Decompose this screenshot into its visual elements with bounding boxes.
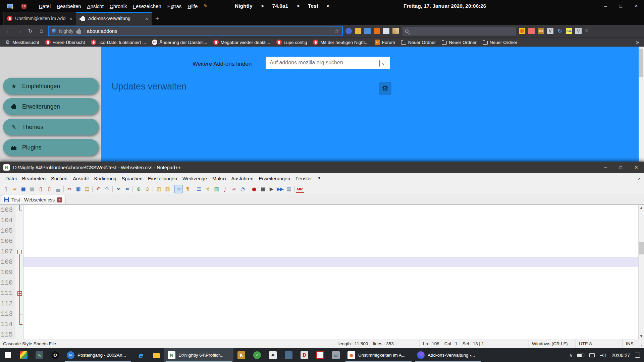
code-text[interactable] [23, 319, 28, 329]
menu-item[interactable]: Erweiterungen [256, 176, 293, 181]
back-icon[interactable]: ← [3, 26, 14, 36]
tray-chevron-icon[interactable]: ∧ [569, 353, 573, 358]
tab-close-icon[interactable]: × [69, 16, 72, 21]
taskbar-button[interactable]: ♠ [265, 348, 281, 362]
browser-tab[interactable]: Add-ons-Verwaltung × [76, 12, 152, 25]
toolbar-button[interactable] [152, 185, 154, 193]
sidebar-category-button[interactable]: ✎ Themes [3, 119, 99, 135]
line-number[interactable]: 115 [0, 329, 15, 339]
clock[interactable]: 20:06:27 [612, 353, 630, 358]
extension-puzzle-icon[interactable] [77, 30, 81, 34]
bookmark-item[interactable]: Neuer Ordner [442, 40, 477, 45]
toolbar-button[interactable]: ∞ [114, 185, 122, 193]
bookmark-item[interactable]: Lupe config [276, 40, 307, 45]
line-number[interactable]: 113 [0, 309, 15, 319]
menu-item[interactable]: Datei [3, 176, 19, 181]
toolbar-button[interactable] [293, 185, 296, 193]
addons-scrollbar[interactable] [639, 47, 644, 162]
toolbar-extension-icon[interactable]: V [575, 28, 582, 34]
volume-icon[interactable]: ◄)) [600, 353, 606, 357]
toolbar-button[interactable]: ▣ [74, 185, 82, 193]
taskbar-button[interactable]: Add-ons-Verwaltung -... [413, 348, 483, 362]
editor-scrollbar[interactable]: ▲ ▼ [638, 205, 644, 339]
taskbar-button[interactable]: ● Unstimmigkeiten im A... [344, 348, 413, 362]
firefox-search-bar[interactable] [402, 27, 516, 36]
toolbar-extension-icon[interactable]: css [566, 28, 572, 34]
bookmark-item[interactable]: f-f Forum [375, 40, 395, 45]
fold-marker[interactable] [15, 215, 23, 226]
url-text[interactable]: about:addons [87, 28, 332, 34]
menu-item[interactable]: Einstellungen [145, 176, 180, 181]
menu-item[interactable]: Bearbeiten [19, 176, 48, 181]
scroll-down-icon[interactable]: ▼ [639, 333, 644, 339]
hamburger-menu-icon[interactable]: ≡ [585, 28, 588, 35]
toolbar-extension-icon[interactable] [374, 28, 380, 34]
minimize-button[interactable]: ─ [598, 162, 613, 173]
menu-item[interactable]: Suchen [48, 176, 70, 181]
code-text[interactable] [23, 226, 28, 236]
line-number[interactable]: 103 [0, 205, 15, 215]
toolbar-extension-icon[interactable] [519, 28, 525, 34]
forward-icon[interactable]: → [14, 26, 25, 36]
taskbar-button[interactable]: D [297, 348, 312, 362]
toolbar-button[interactable]: ≈ [123, 185, 131, 193]
bookmark-item[interactable]: .ico-Datei funktioniert ... [91, 40, 146, 45]
sidebar-category-button[interactable]: Erweiterungen [3, 98, 99, 115]
browser-tab[interactable]: Unstimmigkeiten im Add-O × [3, 12, 76, 25]
taskbar-button[interactable]: e [132, 348, 148, 362]
toolbar-extension-icon[interactable] [364, 28, 371, 34]
toolbar-button[interactable]: ● [250, 185, 258, 193]
maximize-button[interactable]: □ [613, 162, 629, 173]
minimize-button[interactable]: ─ [598, 0, 613, 12]
sidebar-category-button[interactable]: ★ Empfehlungen [3, 78, 99, 95]
toolbar-button[interactable]: ⊖ [143, 185, 151, 193]
code-text[interactable] [23, 298, 28, 309]
toolbar-button[interactable]: ≡ [174, 185, 183, 193]
code-text[interactable] [23, 278, 28, 288]
new-tab-button[interactable]: + [152, 12, 163, 25]
line-number[interactable]: 104 [0, 215, 15, 226]
addons-search-input[interactable] [266, 57, 390, 69]
status-eol-format[interactable]: Windows (CR LF) [529, 339, 576, 348]
sidebar-category-button[interactable]: Plugins [3, 139, 99, 156]
menu-item[interactable]: ? [315, 176, 323, 181]
home-icon[interactable]: ⌂ [36, 26, 47, 36]
toolbar-button[interactable]: ◔ [238, 185, 247, 193]
taskbar-button[interactable]: ✓ [249, 348, 265, 362]
toolbar-button[interactable] [192, 185, 194, 193]
scrollbar-thumb[interactable] [639, 242, 644, 254]
toolbar-button[interactable]: ▯ [36, 185, 45, 193]
code-text[interactable] [23, 309, 28, 319]
tab-close-icon[interactable]: × [57, 197, 62, 202]
toolbar-extension-icon[interactable] [392, 28, 399, 34]
menu-item[interactable]: Sprachen [119, 176, 145, 181]
toolbar-button[interactable]: ¶ [183, 185, 192, 193]
toolbar-button[interactable] [91, 185, 94, 193]
toolbar-button[interactable] [111, 185, 114, 193]
toolbar-button[interactable]: ↶ [94, 185, 102, 193]
toolbar-button[interactable]: ƒ [221, 185, 229, 193]
line-number[interactable]: 109 [0, 267, 15, 278]
line-number[interactable]: 106 [0, 236, 15, 246]
toolbar-button[interactable]: ▦ [284, 185, 293, 193]
menu-item[interactable]: Makro [210, 176, 228, 181]
taskbar-button[interactable]: O [47, 348, 63, 362]
toolbar-button[interactable]: ▰ [10, 185, 18, 193]
nightly-identity-icon[interactable] [52, 28, 57, 34]
battery-icon[interactable] [577, 354, 584, 357]
fold-marker[interactable] [15, 226, 23, 236]
taskbar-button[interactable] [312, 348, 328, 362]
restore-button[interactable]: □ [613, 0, 629, 12]
code-editor[interactable]: 103 104 105 106 107 [0, 205, 644, 339]
toolbar-button[interactable]: ▄ [54, 185, 62, 193]
bookmark-item[interactable]: Neuer Ordner [483, 40, 518, 45]
fold-marker[interactable] [15, 236, 23, 246]
menu-item[interactable]: Ansicht [84, 3, 107, 9]
menu-item[interactable]: Bearbeiten [54, 3, 84, 9]
document-close-icon[interactable]: × [638, 176, 641, 181]
toolbar-extension-icon[interactable]: $$$ [538, 28, 544, 34]
toolbar-button[interactable]: ⊕ [134, 185, 143, 193]
line-number[interactable]: 112 [0, 298, 15, 309]
code-text[interactable] [23, 288, 28, 298]
bookmark-item[interactable]: sh Änderung der Darstell... [152, 40, 207, 45]
